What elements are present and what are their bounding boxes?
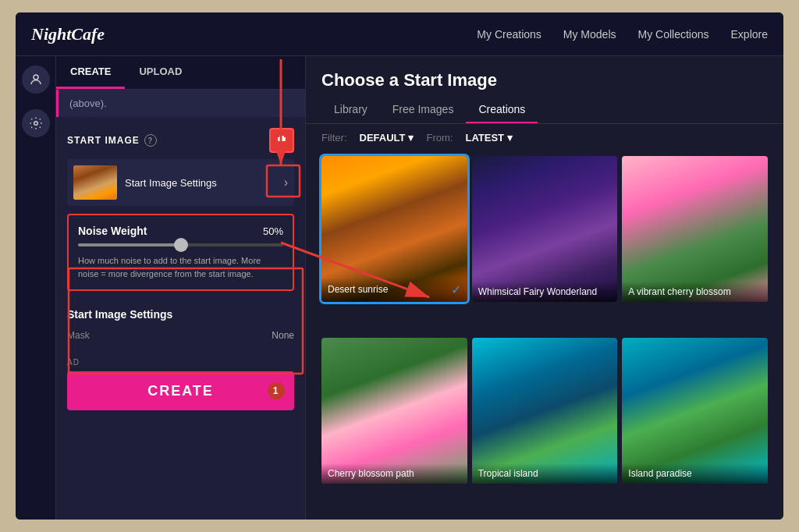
noise-weight-title: Noise Weight: [78, 225, 147, 237]
image-label-cherry1: A vibrant cherry blossom: [622, 282, 768, 302]
nav-my-collections[interactable]: My Collections: [638, 28, 709, 41]
start-image-row[interactable]: Start Image Settings ›: [67, 159, 294, 206]
noise-weight-box: Noise Weight 50% How much noise to add t…: [67, 214, 294, 291]
image-title-island: Tropical island: [478, 468, 538, 479]
tab-creations[interactable]: Creations: [466, 97, 538, 123]
chooser-tabs: Library Free Images Creations: [306, 97, 783, 124]
start-image-title: START IMAGE ?: [67, 134, 157, 147]
mask-key: Mask: [67, 330, 90, 341]
filter-default-select[interactable]: DEFAULT ▾: [360, 132, 414, 144]
image-label-fairy: Whimsical Fairy Wonderland: [472, 282, 618, 302]
trash-button[interactable]: [269, 128, 294, 153]
image-grid: Desert sunrise ✓ Whimsical Fairy Wonderl…: [306, 151, 783, 520]
image-cell-path[interactable]: Cherry blossom path: [321, 338, 467, 484]
start-image-thumbnail: [73, 165, 117, 200]
noise-description: How much noise to add to the start image…: [78, 254, 283, 280]
settings-section-title: Start Image Settings: [67, 308, 294, 321]
svg-point-0: [34, 75, 38, 80]
start-image-settings: Start Image Settings Mask None: [56, 300, 305, 352]
settings-icon[interactable]: [22, 109, 50, 137]
tab-free-images[interactable]: Free Images: [380, 97, 467, 123]
filter-from-value: LATEST: [465, 132, 504, 144]
nav-my-creations[interactable]: My Creations: [477, 28, 541, 41]
nav-links: My Creations My Models My Collections Ex…: [477, 28, 768, 41]
top-nav: NightCafe My Creations My Models My Coll…: [16, 12, 783, 56]
image-label-island: Tropical island: [472, 463, 618, 484]
nav-explore[interactable]: Explore: [731, 28, 768, 41]
filter-from-chevron: ▾: [507, 132, 513, 144]
above-text: (above).: [56, 90, 305, 117]
panel-tabs: CREATE UPLOAD: [56, 56, 305, 90]
noise-slider-thumb[interactable]: [174, 238, 188, 252]
filter-default-chevron: ▾: [408, 132, 414, 144]
from-label: From:: [426, 132, 453, 144]
settings-mask-row: Mask None: [67, 327, 294, 344]
help-icon[interactable]: ?: [144, 134, 157, 147]
image-title-path: Cherry blossom path: [328, 468, 414, 479]
create-button-label: CREATE: [147, 383, 214, 399]
image-title-cherry1: A vibrant cherry blossom: [628, 286, 730, 297]
main-layout: CREATE UPLOAD (above). START IMAGE ?: [16, 56, 783, 520]
ad-section: AD CREATE 1: [56, 352, 305, 420]
filter-default-value: DEFAULT: [360, 132, 406, 144]
chooser-header: Choose a Start Image: [306, 56, 783, 97]
image-label-island2: Island paradise: [622, 463, 768, 484]
tab-upload[interactable]: UPLOAD: [125, 56, 196, 89]
noise-header: Noise Weight 50%: [78, 225, 283, 237]
image-label-path: Cherry blossom path: [321, 463, 467, 484]
svg-point-1: [34, 122, 37, 126]
start-image-label: Start Image Settings: [117, 177, 284, 189]
image-title-island2: Island paradise: [628, 468, 691, 479]
mask-value: None: [272, 330, 294, 341]
filter-label: Filter:: [321, 132, 347, 144]
start-image-section-header: START IMAGE ?: [56, 117, 305, 159]
image-cell-island[interactable]: Tropical island: [472, 338, 618, 484]
noise-weight-percentage: 50%: [263, 225, 283, 237]
filter-bar: Filter: DEFAULT ▾ From: LATEST ▾: [306, 124, 783, 151]
noise-slider-track[interactable]: [78, 243, 283, 246]
profile-icon[interactable]: [22, 66, 50, 94]
image-cell-desert[interactable]: Desert sunrise ✓: [321, 156, 467, 302]
image-cell-fairy[interactable]: Whimsical Fairy Wonderland: [472, 156, 618, 302]
image-title-fairy: Whimsical Fairy Wonderland: [478, 286, 598, 297]
ad-label: AD: [67, 358, 294, 367]
create-button[interactable]: CREATE 1: [67, 371, 294, 410]
selected-check-icon: ✓: [451, 282, 461, 297]
noise-slider-fill: [78, 243, 181, 246]
image-label-desert: Desert sunrise ✓: [321, 278, 467, 302]
right-panel: Choose a Start Image Library Free Images…: [306, 56, 783, 520]
tab-create[interactable]: CREATE: [56, 56, 125, 89]
logo: NightCafe: [31, 24, 105, 44]
image-cell-cherry1[interactable]: A vibrant cherry blossom: [622, 156, 768, 302]
panel-content: (above). START IMAGE ? Start Image Setti…: [56, 90, 305, 520]
sidebar-icons: [16, 56, 56, 520]
left-panel: CREATE UPLOAD (above). START IMAGE ?: [56, 56, 306, 520]
image-title-desert: Desert sunrise: [328, 284, 388, 295]
start-image-title-text: START IMAGE: [67, 135, 140, 146]
filter-from-select[interactable]: LATEST ▾: [465, 132, 513, 144]
app-container: NightCafe My Creations My Models My Coll…: [16, 12, 783, 520]
nav-my-models[interactable]: My Models: [563, 28, 616, 41]
tab-library[interactable]: Library: [321, 97, 380, 123]
image-cell-island2[interactable]: Island paradise: [622, 338, 768, 484]
chevron-right-icon: ›: [284, 176, 288, 190]
create-badge: 1: [268, 382, 285, 399]
